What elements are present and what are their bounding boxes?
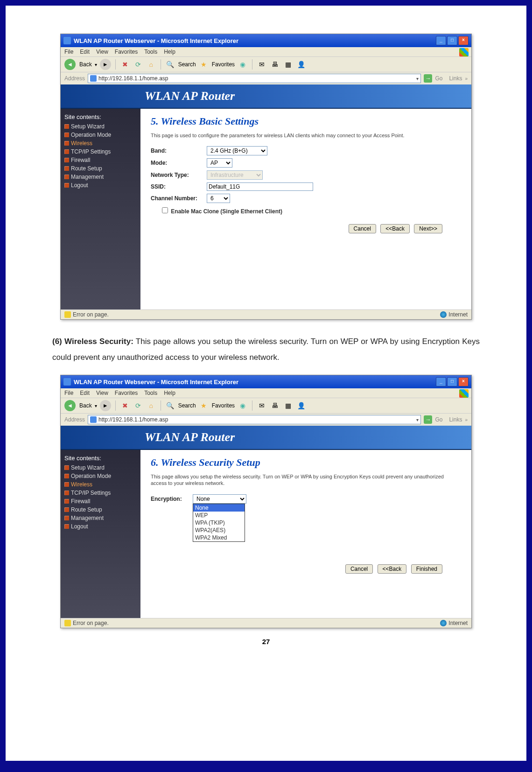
- sidebar-item-firewall[interactable]: Firewall: [64, 156, 137, 164]
- go-label[interactable]: Go: [435, 416, 442, 423]
- status-bar-2: Error on page. Internet: [61, 618, 471, 628]
- paragraph-6-heading: (6) Wireless Security:: [52, 337, 133, 346]
- menu-tools[interactable]: Tools: [144, 49, 157, 55]
- favorites-label[interactable]: Favorites: [212, 61, 235, 68]
- search-label[interactable]: Search: [178, 402, 196, 409]
- globe-icon: [440, 620, 447, 626]
- refresh-icon[interactable]: ⟳: [133, 59, 143, 70]
- stop-icon[interactable]: ✖: [120, 59, 130, 70]
- select-mode[interactable]: AP: [207, 158, 232, 168]
- next-button[interactable]: Next>>: [414, 224, 442, 233]
- menu-favorites[interactable]: Favorites: [115, 390, 138, 396]
- sidebar-item-logout[interactable]: Logout: [64, 522, 137, 531]
- select-band[interactable]: 2.4 GHz (B+G): [207, 146, 267, 155]
- select-channel[interactable]: 6: [207, 194, 230, 203]
- content-panel-2: 6. Wireless Security Setup This page all…: [140, 450, 471, 618]
- select-encryption[interactable]: None: [193, 494, 246, 504]
- option-wpa-tkip[interactable]: WPA (TKIP): [193, 519, 245, 526]
- mail-icon[interactable]: ✉: [257, 59, 267, 70]
- back-button[interactable]: ◄: [64, 59, 76, 70]
- menu-edit[interactable]: Edit: [80, 49, 90, 55]
- print-icon[interactable]: 🖶: [270, 59, 280, 70]
- cancel-button[interactable]: Cancel: [349, 224, 376, 233]
- checkbox-mac-clone[interactable]: [162, 207, 168, 213]
- menu-view[interactable]: View: [96, 49, 108, 55]
- sidebar-item-route-setup[interactable]: Route Setup: [64, 164, 137, 173]
- sidebar-item-operation-mode[interactable]: Operation Mode: [64, 472, 137, 480]
- go-button[interactable]: →: [424, 74, 432, 83]
- back-label[interactable]: Back: [79, 61, 92, 68]
- sidebar-item-management[interactable]: Management: [64, 173, 137, 181]
- go-label[interactable]: Go: [435, 75, 442, 82]
- home-icon[interactable]: ⌂: [146, 400, 156, 411]
- sidebar-item-setup-wizard[interactable]: Setup Wizard: [64, 463, 137, 472]
- close-button[interactable]: ×: [458, 377, 469, 386]
- search-icon[interactable]: 🔍: [165, 400, 175, 411]
- back-button-wizard[interactable]: <<Back: [380, 224, 410, 233]
- menu-favorites[interactable]: Favorites: [115, 49, 138, 55]
- cancel-button[interactable]: Cancel: [345, 564, 373, 574]
- print-icon[interactable]: 🖶: [270, 400, 280, 411]
- media-icon[interactable]: ◉: [238, 59, 248, 70]
- menu-help[interactable]: Help: [164, 49, 175, 55]
- menu-edit[interactable]: Edit: [80, 390, 90, 396]
- sidebar-item-route-setup[interactable]: Route Setup: [64, 505, 137, 514]
- edit-icon[interactable]: ▦: [283, 400, 293, 411]
- back-label[interactable]: Back: [79, 402, 92, 409]
- menu-file[interactable]: File: [64, 49, 73, 55]
- menu-file[interactable]: File: [64, 390, 73, 396]
- maximize-button[interactable]: □: [447, 377, 457, 386]
- search-icon[interactable]: 🔍: [165, 59, 175, 70]
- media-icon[interactable]: ◉: [238, 400, 248, 411]
- forward-button[interactable]: ►: [100, 59, 111, 70]
- favorites-star-icon[interactable]: ★: [199, 400, 209, 411]
- sidebar-item-logout[interactable]: Logout: [64, 181, 137, 189]
- menu-tools[interactable]: Tools: [144, 390, 157, 396]
- home-icon[interactable]: ⌂: [146, 59, 156, 70]
- links-label[interactable]: Links: [449, 75, 462, 82]
- back-button-wizard[interactable]: <<Back: [378, 564, 407, 574]
- option-wpa2-mixed[interactable]: WPA2 Mixed: [193, 534, 245, 541]
- sidebar-item-management[interactable]: Management: [64, 514, 137, 522]
- favorites-star-icon[interactable]: ★: [199, 59, 209, 70]
- forward-button[interactable]: ►: [100, 400, 111, 411]
- sidebar-item-tcpip[interactable]: TCP/IP Settings: [64, 489, 137, 497]
- refresh-icon[interactable]: ⟳: [133, 400, 143, 411]
- mail-icon[interactable]: ✉: [257, 400, 267, 411]
- sidebar-item-tcpip[interactable]: TCP/IP Settings: [64, 147, 137, 156]
- menubar-2: File Edit View Favorites Tools Help: [61, 388, 471, 398]
- address-input[interactable]: http://192.168.1.1/home.asp ▾: [88, 415, 421, 424]
- close-button[interactable]: ×: [458, 36, 469, 45]
- sidebar-item-wireless[interactable]: Wireless: [64, 480, 137, 489]
- option-wep[interactable]: WEP: [193, 512, 245, 519]
- globe-icon: [440, 311, 447, 318]
- edit-icon[interactable]: ▦: [283, 59, 293, 70]
- menu-help[interactable]: Help: [164, 390, 175, 396]
- search-label[interactable]: Search: [178, 61, 196, 68]
- option-none[interactable]: None: [193, 504, 245, 512]
- links-label[interactable]: Links: [449, 416, 462, 423]
- minimize-button[interactable]: _: [436, 377, 446, 386]
- encryption-dropdown-list[interactable]: None WEP WPA (TKIP) WPA2(AES) WPA2 Mixed: [193, 504, 245, 542]
- messenger-icon[interactable]: 👤: [296, 400, 306, 411]
- back-button[interactable]: ◄: [64, 400, 76, 411]
- go-button[interactable]: →: [424, 415, 432, 424]
- label-ssid: SSID:: [151, 183, 207, 190]
- messenger-icon[interactable]: 👤: [296, 59, 306, 70]
- sidebar-item-operation-mode[interactable]: Operation Mode: [64, 131, 137, 139]
- favorites-label[interactable]: Favorites: [212, 402, 235, 409]
- finished-button[interactable]: Finished: [411, 564, 442, 574]
- label-mac-clone: Enable Mac Clone (Single Ethernet Client…: [171, 208, 282, 215]
- page-description: This page is used to configure the param…: [151, 132, 461, 139]
- sidebar-item-firewall[interactable]: Firewall: [64, 497, 137, 505]
- status-text: Error on page.: [73, 311, 109, 318]
- address-input[interactable]: http://192.168.1.1/home.asp ▾: [88, 74, 421, 83]
- minimize-button[interactable]: _: [436, 36, 446, 45]
- menu-view[interactable]: View: [96, 390, 108, 396]
- stop-icon[interactable]: ✖: [120, 400, 130, 411]
- maximize-button[interactable]: □: [447, 36, 457, 45]
- input-ssid[interactable]: [207, 182, 313, 191]
- sidebar-item-setup-wizard[interactable]: Setup Wizard: [64, 122, 137, 131]
- option-wpa2-aes[interactable]: WPA2(AES): [193, 526, 245, 534]
- sidebar-item-wireless[interactable]: Wireless: [64, 139, 137, 147]
